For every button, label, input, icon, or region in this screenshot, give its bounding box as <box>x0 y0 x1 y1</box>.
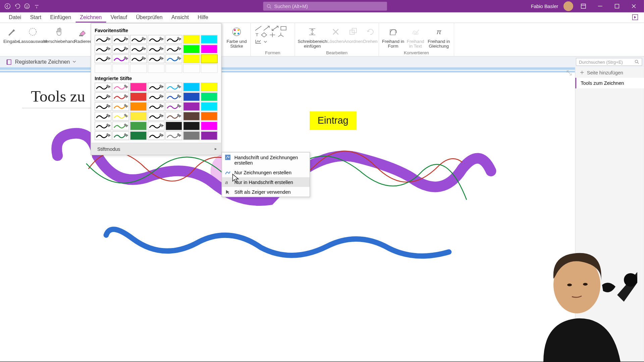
pen-swatch[interactable] <box>201 93 218 101</box>
radierer-button[interactable]: Radierer <box>73 25 92 44</box>
minimize-icon[interactable] <box>594 0 607 12</box>
pen-swatch[interactable] <box>183 122 200 130</box>
search-bar[interactable]: Suchen (Alt+M) <box>263 2 387 10</box>
pen-swatch[interactable] <box>165 35 182 44</box>
pen-swatch[interactable] <box>201 131 218 140</box>
pen-swatch[interactable] <box>148 45 164 53</box>
lasso-button[interactable]: Lassoauswahl <box>20 25 45 44</box>
pen-swatch[interactable] <box>130 83 147 92</box>
pen-swatch[interactable] <box>112 83 129 92</box>
pen-swatch[interactable] <box>201 35 218 44</box>
pen-swatch[interactable] <box>112 112 129 121</box>
canvas[interactable]: Tools zu Eintrag <box>0 67 575 361</box>
pen-swatch[interactable] <box>148 93 164 101</box>
pen-swatch[interactable] <box>95 122 111 130</box>
pen-swatch[interactable] <box>165 93 182 101</box>
pen-swatch[interactable] <box>165 131 182 140</box>
pen-swatch[interactable] <box>112 131 129 140</box>
pen-swatch[interactable] <box>201 54 218 63</box>
shape-3daxes-icon[interactable] <box>277 32 285 38</box>
verschiebehand-button[interactable]: Verschiebehand <box>45 25 73 44</box>
freihand-gleichung-button[interactable]: π Freihand in Gleichung <box>427 25 451 49</box>
tab-hilfe[interactable]: Hilfe <box>193 12 213 22</box>
pen-swatch[interactable] <box>148 83 164 92</box>
shape-graph-icon[interactable] <box>254 39 262 45</box>
pen-swatch[interactable] <box>165 83 182 92</box>
pen-swatch[interactable] <box>95 54 111 63</box>
pen-swatch[interactable] <box>130 131 147 140</box>
pen-swatch[interactable] <box>183 93 200 101</box>
share-icon[interactable] <box>632 14 640 22</box>
page-item-current[interactable]: Tools zum Zeichnen <box>575 78 644 88</box>
pen-swatch[interactable] <box>112 54 129 63</box>
pen-swatch[interactable] <box>183 131 200 140</box>
pen-swatch[interactable] <box>183 102 200 111</box>
pen-swatch[interactable] <box>165 122 182 130</box>
shape-arrow-icon[interactable] <box>263 25 271 31</box>
tab-einfuegen[interactable]: Einfügen <box>46 12 75 22</box>
pen-swatch[interactable] <box>183 35 200 44</box>
customize-qat-icon[interactable] <box>34 3 40 9</box>
farbe-staerke-button[interactable]: Farbe und Stärke <box>225 25 248 49</box>
shape-axes-icon[interactable] <box>268 32 276 38</box>
pen-swatch[interactable] <box>148 102 164 111</box>
pen-swatch[interactable] <box>148 131 164 140</box>
pen-swatch[interactable] <box>201 122 218 130</box>
pen-swatch[interactable] <box>165 102 182 111</box>
shape-line-icon[interactable] <box>254 25 262 31</box>
pen-swatch[interactable] <box>95 35 111 44</box>
pen-swatch[interactable] <box>183 112 200 121</box>
eingabe-button[interactable]: Eingabe <box>3 25 20 44</box>
add-page-button[interactable]: Seite hinzufügen <box>575 67 644 78</box>
ribbon-options-icon[interactable] <box>577 0 590 12</box>
tab-ueberpruefen[interactable]: Überprüfen <box>131 12 167 22</box>
pen-swatch[interactable] <box>148 64 164 73</box>
pen-swatch[interactable] <box>130 102 147 111</box>
pen-swatch[interactable] <box>148 112 164 121</box>
shapes-more-icon[interactable] <box>254 32 260 38</box>
shape-diamond-icon[interactable] <box>260 32 268 38</box>
tab-verlauf[interactable]: Verlauf <box>106 12 132 22</box>
pen-swatch[interactable] <box>201 64 218 73</box>
pen-swatch[interactable] <box>165 45 182 53</box>
pen-swatch[interactable] <box>112 35 129 44</box>
pen-swatch[interactable] <box>201 45 218 53</box>
pen-swatch[interactable] <box>201 83 218 92</box>
back-icon[interactable] <box>4 3 10 9</box>
pen-swatch[interactable] <box>95 102 111 111</box>
shape-double-arrow-icon[interactable] <box>271 25 279 31</box>
maximize-icon[interactable] <box>610 0 624 12</box>
freihand-form-button[interactable]: Freihand in Form <box>382 25 405 49</box>
pen-swatch[interactable] <box>165 54 182 63</box>
undo-icon[interactable] <box>14 3 20 9</box>
submenu-stift-zeiger[interactable]: Stift als Zeiger verwenden <box>222 187 310 197</box>
pen-swatch[interactable] <box>148 122 164 130</box>
pen-swatch[interactable] <box>130 112 147 121</box>
pen-swatch[interactable] <box>130 122 147 130</box>
pen-swatch[interactable] <box>112 64 129 73</box>
pen-swatch[interactable] <box>130 64 147 73</box>
pen-swatch[interactable] <box>112 93 129 101</box>
pen-swatch[interactable] <box>183 45 200 53</box>
pen-swatch[interactable] <box>95 93 111 101</box>
stiftmodus-item[interactable]: Stiftmodus <box>91 143 221 155</box>
submenu-handschrift-zeichnungen[interactable]: Handschrift und Zeichnungen erstellen <box>222 153 310 168</box>
pen-swatch[interactable] <box>183 83 200 92</box>
pen-swatch[interactable] <box>165 112 182 121</box>
pen-swatch[interactable] <box>201 112 218 121</box>
page-search[interactable]: Durchsuchen (Strg+E) <box>576 58 642 66</box>
pen-swatch[interactable] <box>183 64 200 73</box>
pen-swatch[interactable] <box>165 64 182 73</box>
pen-swatch[interactable] <box>201 102 218 111</box>
avatar[interactable] <box>564 1 573 11</box>
pen-swatch[interactable] <box>130 54 147 63</box>
shape-rect-icon[interactable] <box>279 25 287 31</box>
pen-swatch[interactable] <box>130 35 147 44</box>
pen-swatch[interactable] <box>95 45 111 53</box>
tab-start[interactable]: Start <box>25 12 46 22</box>
pen-swatch[interactable] <box>130 45 147 53</box>
notebook-tab[interactable]: Registerkarte Zeichnen <box>3 59 80 65</box>
tab-zeichnen[interactable]: Zeichnen <box>75 12 106 22</box>
pen-swatch[interactable] <box>130 93 147 101</box>
pen-swatch[interactable] <box>148 54 164 63</box>
